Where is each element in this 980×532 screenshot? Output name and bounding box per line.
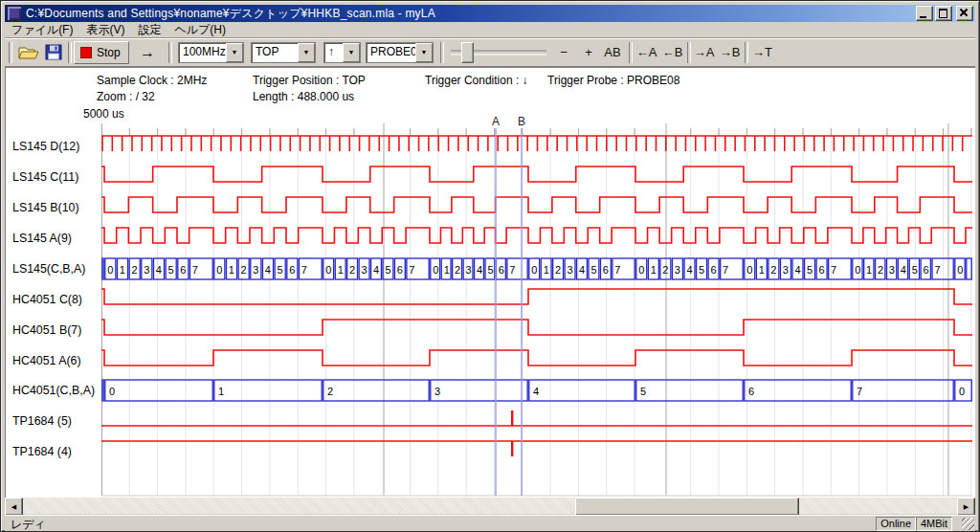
- status-memory-badge: 4MBit: [916, 517, 952, 531]
- stop-button[interactable]: Stop: [74, 41, 129, 64]
- goto-cursor-a-right-button[interactable]: →A: [692, 42, 716, 63]
- zoom-out-button[interactable]: −: [552, 42, 575, 63]
- trigger-probe-value: PROBE00: [367, 43, 415, 62]
- chevron-down-icon[interactable]: ▼: [298, 43, 315, 62]
- sample-clock-value: 100MHz: [179, 43, 226, 62]
- info-trigger-position: Trigger Position : TOP: [253, 74, 366, 87]
- goto-cursor-b-left-button[interactable]: ←B: [660, 42, 684, 63]
- app-window: C:¥Documents and Settings¥noname¥デスクトップ¥…: [0, 0, 980, 532]
- toolbar-separator: [168, 42, 172, 63]
- toolbar-separator: [440, 42, 444, 63]
- stop-label: Stop: [97, 46, 121, 59]
- trigger-probe-combo[interactable]: PROBE00 ▼: [366, 42, 434, 63]
- goto-cursor-b-right-button[interactable]: →B: [718, 42, 742, 63]
- trigger-position-combo[interactable]: TOP ▼: [251, 42, 316, 63]
- trigger-edge-combo[interactable]: ↑ ▼: [323, 42, 361, 63]
- toolbar-separator: [687, 42, 691, 63]
- timescale-label: 5000 us: [83, 107, 124, 121]
- trigger-edge-value: ↑: [324, 43, 343, 62]
- scroll-right-button[interactable]: ▶: [957, 498, 975, 516]
- status-online-badge: Online: [876, 517, 916, 531]
- chevron-down-icon[interactable]: ▼: [226, 43, 243, 62]
- open-file-button[interactable]: [16, 42, 41, 63]
- sample-clock-combo[interactable]: 100MHz ▼: [178, 42, 244, 63]
- toolbar: Stop → 100MHz ▼ TOP ▼ ↑ ▼ PROBE00 ▼ − + …: [5, 38, 975, 67]
- info-sample-clock: Sample Clock : 2MHz: [97, 74, 207, 87]
- maximize-icon: [939, 9, 947, 18]
- info-trigger-probe: Trigger Probe : PROBE08: [547, 74, 679, 87]
- chevron-down-icon[interactable]: ▼: [415, 43, 433, 62]
- open-folder-icon: [18, 44, 39, 60]
- menu-file[interactable]: ファイル(F): [5, 22, 79, 38]
- goto-cursor-a-left-button[interactable]: ←A: [635, 42, 658, 63]
- chevron-down-icon[interactable]: ▼: [343, 43, 360, 62]
- zoom-in-button[interactable]: +: [577, 42, 600, 63]
- zoom-slider-handle[interactable]: [461, 42, 474, 63]
- ab-button[interactable]: AB: [600, 42, 625, 63]
- waveform-client-area: [5, 67, 975, 498]
- run-button[interactable]: →: [133, 42, 162, 63]
- minimize-button[interactable]: [916, 6, 933, 21]
- scrollbar-thumb[interactable]: [575, 498, 799, 516]
- info-trigger-condition-line: Trigger Condition : ↓ Trigger Probe : PR…: [425, 74, 679, 87]
- resize-grip[interactable]: [962, 518, 974, 530]
- scroll-left-button[interactable]: ◀: [5, 498, 23, 516]
- menu-settings[interactable]: 設定: [131, 22, 167, 38]
- info-trigger-condition: Trigger Condition : ↓: [425, 74, 528, 87]
- close-button[interactable]: [956, 6, 973, 21]
- toolbar-separator: [629, 42, 633, 63]
- menubar: ファイル(F) 表示(V) 設定 ヘルプ(H): [5, 23, 975, 38]
- window-controls: [914, 6, 975, 21]
- maximize-button[interactable]: [935, 6, 952, 21]
- window-title: C:¥Documents and Settings¥noname¥デスクトップ¥…: [26, 6, 435, 22]
- toolbar-grip: [9, 42, 12, 63]
- stop-square-icon: [80, 47, 92, 58]
- toolbar-separator: [745, 42, 748, 63]
- save-file-button[interactable]: [41, 42, 66, 63]
- status-ready-text: レディ: [11, 517, 46, 532]
- goto-trigger-button[interactable]: →T: [750, 42, 774, 63]
- app-icon: [7, 6, 22, 21]
- floppy-save-icon: [45, 44, 62, 60]
- menu-view[interactable]: 表示(V): [79, 22, 131, 38]
- info-zoom: Zoom : / 32: [97, 90, 155, 103]
- minimize-icon: [920, 16, 926, 18]
- toolbar-separator: [68, 42, 72, 63]
- info-length: Length : 488.000 us: [253, 90, 354, 103]
- titlebar: C:¥Documents and Settings¥noname¥デスクトップ¥…: [5, 5, 975, 22]
- menu-help[interactable]: ヘルプ(H): [167, 22, 233, 38]
- statusbar: レディ Online 4MBit: [5, 515, 975, 531]
- horizontal-scrollbar[interactable]: ◀ ▶: [5, 498, 975, 514]
- trigger-position-value: TOP: [252, 43, 298, 62]
